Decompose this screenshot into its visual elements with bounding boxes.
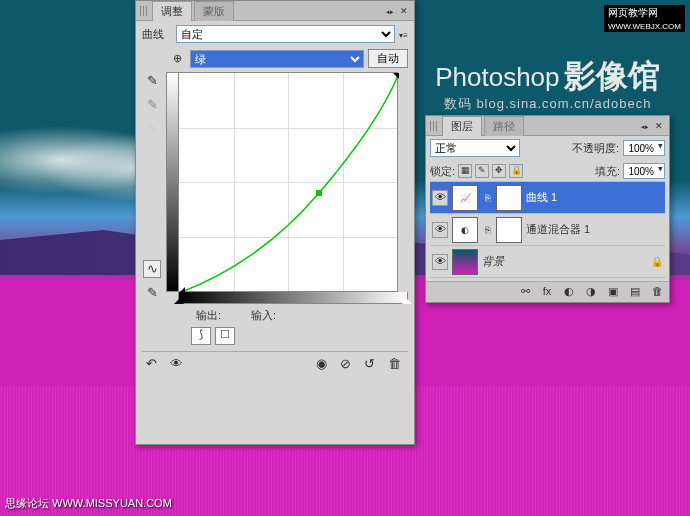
tab-paths[interactable]: 路径 (484, 116, 524, 136)
svg-marker-1 (393, 73, 399, 79)
layers-panel: 图层 路径 正常 不透明度: 锁定: ▦ ✎ ✥ 🔒 填充: 👁 📈 ⎘ (425, 115, 670, 303)
curves-footer: ↶ 👁 ◉ ⊘ ↺ 🗑 (142, 351, 408, 376)
locked-icon: 🔒 (651, 256, 663, 267)
visibility-toggle-icon[interactable]: 👁 (432, 254, 448, 270)
lock-label: 锁定: (430, 164, 455, 179)
layer-name[interactable]: 通道混合器 1 (526, 222, 663, 237)
lock-transparency-icon[interactable]: ▦ (458, 164, 472, 178)
link-icon: ⎘ (482, 193, 492, 203)
mask-thumb-icon[interactable] (496, 217, 522, 243)
input-label: 输入: (251, 308, 276, 323)
layers-footer: ⚯ fx ◐ ◑ ▣ ▤ 🗑 (426, 281, 669, 302)
mask-thumb-icon[interactable] (496, 185, 522, 211)
layer-row[interactable]: 👁 📈 ⎘ 曲线 1 (430, 182, 665, 214)
return-icon[interactable]: ↶ (146, 356, 162, 372)
target-adjust-icon[interactable]: ⊕ (168, 52, 186, 65)
lock-position-icon[interactable]: ✥ (492, 164, 506, 178)
curve-mode-icon[interactable]: ∿ (143, 260, 161, 278)
eyedropper-black-icon[interactable]: ✎ (143, 72, 161, 90)
lock-pixels-icon[interactable]: ✎ (475, 164, 489, 178)
layer-name[interactable]: 背景 (482, 254, 647, 269)
preset-menu-icon[interactable] (399, 28, 408, 40)
link-layers-icon[interactable]: ⚯ (517, 285, 533, 299)
black-point-slider[interactable] (174, 294, 184, 304)
watermark-title: Photoshop 影像馆 数码 blog.sina.com.cn/adobec… (435, 55, 660, 113)
pencil-mode-icon[interactable]: ✎ (143, 284, 161, 302)
smooth-button[interactable]: ⟆ (191, 327, 211, 345)
lock-all-icon[interactable]: 🔒 (509, 164, 523, 178)
adjustment-thumb-icon[interactable]: ◐ (452, 217, 478, 243)
expand-icon[interactable] (384, 5, 396, 17)
opacity-label: 不透明度: (572, 141, 619, 156)
preset-label: 曲线 (142, 27, 172, 42)
add-mask-icon[interactable]: ◐ (561, 285, 577, 299)
grip-icon (140, 6, 148, 16)
clip-to-layer-icon[interactable]: ⊘ (340, 356, 356, 372)
layer-list: 👁 📈 ⎘ 曲线 1 👁 ◐ ⎘ 通道混合器 1 👁 背景 🔒 (430, 182, 665, 278)
link-icon: ⎘ (482, 225, 492, 235)
new-layer-icon[interactable]: ▤ (627, 285, 643, 299)
curves-panel-header[interactable]: 调整 蒙版 (136, 1, 414, 21)
white-point-slider[interactable] (402, 294, 412, 304)
visibility-toggle-icon[interactable]: 👁 (432, 222, 448, 238)
previous-state-icon[interactable]: ◉ (316, 356, 332, 372)
visibility-toggle-icon[interactable]: 👁 (432, 190, 448, 206)
reset-icon[interactable]: ↺ (364, 356, 380, 372)
curve-point[interactable] (316, 190, 322, 196)
new-group-icon[interactable]: ▣ (605, 285, 621, 299)
channel-select[interactable]: 绿 (190, 50, 364, 68)
close-icon[interactable] (653, 120, 665, 132)
layer-name[interactable]: 曲线 1 (526, 190, 663, 205)
blend-mode-select[interactable]: 正常 (430, 139, 520, 157)
watermark-top-right: 网页教学网 WWW.WEBJX.COM (604, 5, 685, 32)
delete-layer-icon[interactable]: 🗑 (649, 285, 665, 299)
options-button[interactable]: ☐ (215, 327, 235, 345)
close-icon[interactable] (398, 5, 410, 17)
input-gradient[interactable] (178, 292, 408, 304)
layer-fx-icon[interactable]: fx (539, 285, 555, 299)
layers-panel-header[interactable]: 图层 路径 (426, 116, 669, 136)
curves-graph[interactable] (178, 72, 398, 292)
grip-icon (430, 121, 438, 131)
opacity-input[interactable] (623, 140, 665, 156)
fill-label: 填充: (595, 164, 620, 179)
eyedropper-white-icon[interactable]: ✎ (143, 120, 161, 138)
new-adjustment-icon[interactable]: ◑ (583, 285, 599, 299)
eyedropper-gray-icon[interactable]: ✎ (143, 96, 161, 114)
toggle-visibility-icon[interactable]: 👁 (170, 356, 186, 372)
tab-masks[interactable]: 蒙版 (194, 1, 234, 21)
layer-row[interactable]: 👁 背景 🔒 (430, 246, 665, 278)
delete-icon[interactable]: 🗑 (388, 356, 404, 372)
tab-layers[interactable]: 图层 (442, 116, 482, 136)
adjustment-thumb-icon[interactable]: 📈 (452, 185, 478, 211)
layer-row[interactable]: 👁 ◐ ⎘ 通道混合器 1 (430, 214, 665, 246)
preset-select[interactable]: 自定 (176, 25, 395, 43)
output-label: 输出: (196, 308, 221, 323)
tab-adjustments[interactable]: 调整 (152, 1, 192, 21)
fill-input[interactable] (623, 163, 665, 179)
expand-icon[interactable] (639, 120, 651, 132)
layer-thumb-icon[interactable] (452, 249, 478, 275)
auto-button[interactable]: 自动 (368, 49, 408, 68)
curves-adjustment-panel: 调整 蒙版 曲线 自定 ⊕ 绿 自动 ✎ ✎ ✎ ∿ ✎ (135, 0, 415, 445)
curve-line (179, 73, 399, 293)
watermark-bottom-left: 思缘论坛 WWW.MISSYUAN.COM (5, 496, 172, 511)
output-gradient (166, 72, 178, 292)
